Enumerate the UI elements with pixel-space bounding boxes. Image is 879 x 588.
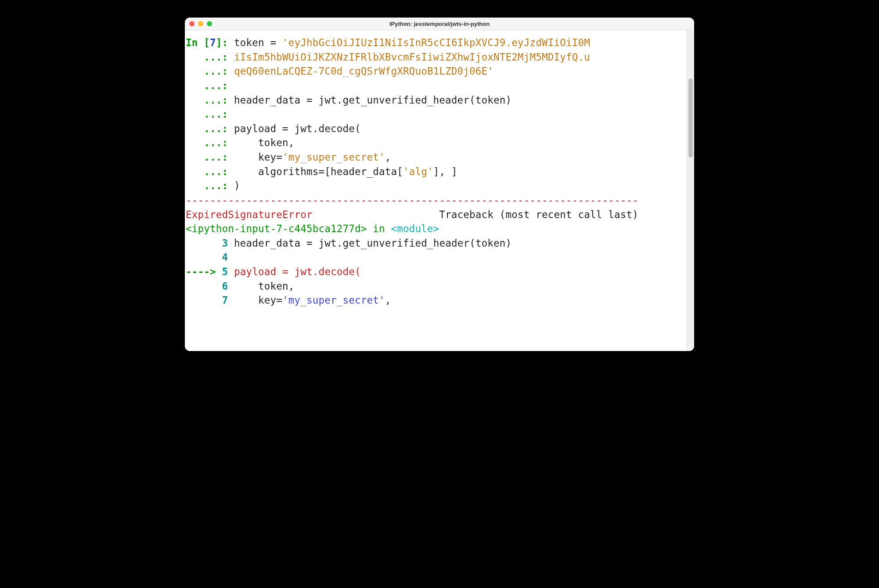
code-token-str3: qeQ60enLaCQEZ-7C0d_cgQSrWfgXRQuoB1LZD0j0…: [234, 65, 494, 77]
terminal-window: IPython: jesstemporal/jwts-in-python In …: [185, 18, 694, 351]
prompt-number: 7: [210, 37, 216, 48]
prompt-cont: ...:: [204, 80, 228, 91]
tb-3e: get_unverified_header: [342, 237, 469, 249]
code-token-str1: 'eyJhbGciOiJIUzI1NiIsInR5cCI6IkpXVCJ9.ey…: [282, 37, 590, 48]
tb-3f: (: [469, 237, 476, 249]
lineno-6: 6: [186, 280, 234, 292]
scrollbar[interactable]: [687, 30, 694, 351]
tb-3h: ): [506, 237, 512, 249]
tb-5a: payload: [234, 266, 282, 277]
titlebar[interactable]: IPython: jesstemporal/jwts-in-python: [185, 18, 694, 30]
code-decode: payload = jwt.decode(: [234, 123, 361, 134]
lineno-7: 7: [186, 294, 234, 306]
prompt-cont: ...:: [204, 137, 228, 148]
prompt-cont: ...:: [204, 166, 228, 177]
code-alg-b: 'alg': [403, 166, 433, 177]
lineno-5: 5: [222, 266, 234, 277]
tb-3c: jwt: [313, 237, 337, 249]
arrow-icon: ---->: [186, 266, 222, 277]
code-header: header_data = jwt.get_unverified_header(…: [234, 94, 512, 106]
tb-7c: 'my_super_secret': [282, 294, 385, 306]
traffic-lights: [189, 21, 212, 26]
prompt-cont: ...:: [204, 65, 228, 77]
tb-6a: token: [234, 280, 288, 292]
prompt-cont: ...:: [204, 51, 228, 63]
close-icon[interactable]: [189, 21, 195, 26]
lineno-4: 4: [186, 251, 234, 263]
code-token-assign: token =: [234, 37, 282, 48]
code-key-c: ,: [385, 151, 391, 163]
tb-5b: =: [282, 266, 288, 277]
module-ref: <module>: [391, 223, 439, 234]
window-title: IPython: jesstemporal/jwts-in-python: [185, 21, 694, 27]
lineno-3: 3: [186, 237, 234, 249]
minimize-icon[interactable]: [198, 21, 203, 26]
prompt-cont: ...:: [204, 180, 228, 191]
maximize-icon[interactable]: [207, 21, 212, 26]
prompt-cont: ...:: [204, 108, 228, 120]
error-name: ExpiredSignatureError: [186, 209, 313, 220]
tb-3b: =: [306, 237, 313, 249]
tb-3a: header_data: [234, 237, 306, 249]
traceback-label: Traceback (most recent call last): [439, 209, 638, 220]
tb-5c: jwt: [288, 266, 313, 277]
in-keyword: in: [367, 223, 391, 234]
traceback-divider: ----------------------------------------…: [186, 194, 638, 206]
tb-3d: .: [337, 237, 343, 249]
tb-7a: key: [234, 294, 276, 306]
prompt-cont: ...:: [204, 151, 228, 163]
tb-3g: token: [476, 237, 506, 249]
tb-7d: ,: [385, 294, 391, 306]
ipython-ref: <ipython-input-7-c445bca1277d>: [186, 223, 367, 234]
code-close: ): [234, 180, 240, 191]
prompt-cont: ...:: [204, 94, 228, 106]
stage: IPython: jesstemporal/jwts-in-python In …: [0, 0, 879, 588]
scroll-thumb[interactable]: [688, 79, 693, 158]
prompt-cont: ...:: [204, 123, 228, 134]
prompt-in: In [: [186, 37, 210, 48]
code-token-arg: token,: [234, 137, 294, 148]
terminal-content-wrap: In [7]: token = 'eyJhbGciOiJIUzI1NiIsInR…: [185, 30, 694, 351]
tb-5f: (: [355, 266, 361, 277]
error-pad: [313, 209, 440, 220]
code-key-b: 'my_super_secret': [282, 151, 385, 163]
prompt-close: ]:: [216, 37, 228, 48]
code-token-str2: iIsIm5hbWUiOiJKZXNzIFRlbXBvcmFsIiwiZXhwI…: [234, 51, 590, 63]
tb-5d: .: [313, 266, 319, 277]
terminal-output[interactable]: In [7]: token = 'eyJhbGciOiJIUzI1NiIsInR…: [185, 30, 694, 351]
code-alg-a: algorithms=[header_data[: [234, 166, 403, 177]
code-alg-c: ], ]: [433, 166, 458, 177]
tb-6b: ,: [288, 280, 295, 292]
tb-5e: decode: [318, 266, 354, 277]
tb-7b: =: [276, 294, 282, 306]
code-key-a: key=: [234, 151, 282, 163]
